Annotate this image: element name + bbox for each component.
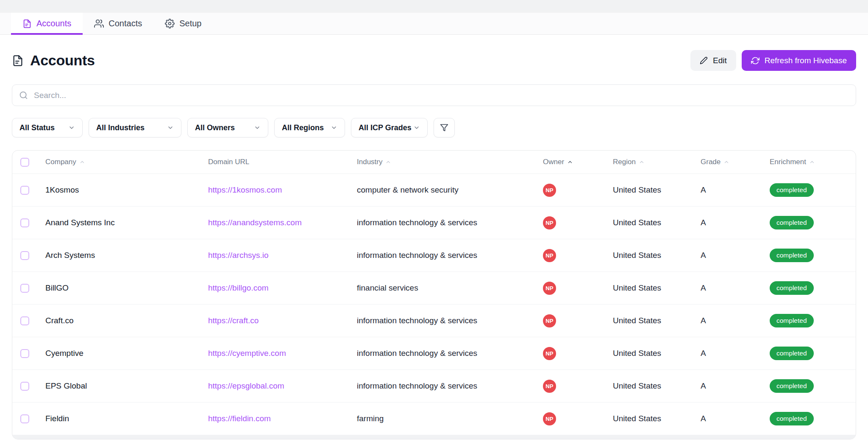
chevron-down-icon — [331, 124, 337, 131]
domain-url-link[interactable]: https://cyemptive.com — [208, 349, 286, 358]
industry-value: information technology & services — [357, 251, 543, 260]
region-value: United States — [613, 381, 701, 391]
refresh-from-hivebase-button[interactable]: Refresh from Hivebase — [742, 50, 856, 71]
grade-value: A — [701, 349, 770, 358]
region-value: United States — [613, 283, 701, 293]
row-checkbox[interactable] — [20, 382, 29, 391]
column-header-company[interactable]: Company — [45, 158, 208, 166]
column-header-grade[interactable]: Grade — [701, 158, 770, 166]
table-row[interactable]: BillGO https://billgo.com financial serv… — [12, 272, 856, 305]
sort-caret-icon — [385, 159, 391, 165]
column-header-industry[interactable]: Industry — [357, 158, 543, 166]
industries-filter-dropdown[interactable]: All Industries — [89, 118, 181, 137]
sort-caret-icon — [567, 159, 573, 165]
status-filter-dropdown[interactable]: All Status — [12, 118, 83, 137]
tab-contacts[interactable]: Contacts — [83, 13, 153, 34]
owner-avatar[interactable]: NP — [543, 380, 556, 393]
industry-value: financial services — [357, 283, 543, 293]
gear-icon — [165, 19, 175, 28]
enrichment-status-badge: completed — [770, 281, 814, 295]
enrichment-status-badge: completed — [770, 314, 814, 327]
row-checkbox[interactable] — [20, 218, 29, 227]
grade-value: A — [701, 185, 770, 195]
select-all-checkbox[interactable] — [20, 158, 29, 167]
refresh-icon — [751, 56, 760, 65]
grade-value: A — [701, 381, 770, 391]
page-title: Accounts — [30, 52, 95, 69]
column-header-domain-url[interactable]: Domain URL — [208, 158, 357, 166]
column-header-enrichment[interactable]: Enrichment — [770, 158, 856, 166]
filter-row: All Status All Industries All Owners All… — [12, 118, 856, 137]
column-header-owner[interactable]: Owner — [543, 158, 613, 166]
region-value: United States — [613, 349, 701, 358]
domain-url-link[interactable]: https://craft.co — [208, 316, 259, 325]
owner-avatar[interactable]: NP — [543, 314, 556, 327]
domain-url-link[interactable]: https://1kosmos.com — [208, 185, 282, 194]
tab-bar: Accounts Contacts Setup — [0, 13, 868, 35]
company-name: Anand Systems Inc — [45, 218, 208, 227]
owners-filter-dropdown[interactable]: All Owners — [187, 118, 268, 137]
region-value: United States — [613, 414, 701, 423]
window-top-strip — [0, 0, 868, 13]
company-name: 1Kosmos — [45, 185, 208, 195]
file-text-icon — [12, 55, 24, 67]
column-header-region[interactable]: Region — [613, 158, 701, 166]
enrichment-status-badge: completed — [770, 183, 814, 197]
industry-value: computer & network security — [357, 185, 543, 195]
region-value: United States — [613, 316, 701, 325]
owner-avatar[interactable]: NP — [543, 347, 556, 360]
owner-avatar[interactable]: NP — [543, 249, 556, 262]
grade-value: A — [701, 316, 770, 325]
table-row[interactable]: Arch Systems https://archsys.io informat… — [12, 239, 856, 272]
company-name: Arch Systems — [45, 251, 208, 260]
row-checkbox[interactable] — [20, 251, 29, 260]
enrichment-status-badge: completed — [770, 379, 814, 393]
owner-avatar[interactable]: NP — [543, 412, 556, 425]
region-value: United States — [613, 185, 701, 195]
table-row[interactable]: 1Kosmos https://1kosmos.com computer & n… — [12, 174, 856, 207]
sort-caret-icon — [639, 159, 645, 165]
region-value: United States — [613, 251, 701, 260]
table-row[interactable]: EPS Global https://epsglobal.com informa… — [12, 370, 856, 403]
row-checkbox[interactable] — [20, 284, 29, 293]
domain-url-link[interactable]: https://anandsystems.com — [208, 218, 302, 227]
filter-funnel-button[interactable] — [434, 118, 455, 137]
table-row[interactable]: Anand Systems Inc https://anandsystems.c… — [12, 207, 856, 239]
industry-value: farming — [357, 414, 543, 423]
row-checkbox[interactable] — [20, 349, 29, 358]
tab-label: Setup — [179, 19, 201, 28]
tab-setup[interactable]: Setup — [153, 13, 213, 34]
industry-value: information technology & services — [357, 381, 543, 391]
row-checkbox[interactable] — [20, 414, 29, 423]
owner-avatar[interactable]: NP — [543, 184, 556, 197]
table-row[interactable]: Craft.co https://craft.co information te… — [12, 305, 856, 337]
company-name: Fieldin — [45, 414, 208, 423]
funnel-icon — [440, 123, 448, 132]
owner-avatar[interactable]: NP — [543, 282, 556, 295]
row-checkbox[interactable] — [20, 316, 29, 325]
owner-avatar[interactable]: NP — [543, 216, 556, 229]
users-icon — [94, 19, 104, 28]
tab-label: Contacts — [108, 19, 142, 28]
regions-filter-dropdown[interactable]: All Regions — [274, 118, 345, 137]
table-row[interactable]: Cyemptive https://cyemptive.com informat… — [12, 337, 856, 370]
icp-grades-filter-dropdown[interactable]: All ICP Grades — [351, 118, 428, 137]
domain-url-link[interactable]: https://archsys.io — [208, 251, 269, 260]
domain-url-link[interactable]: https://epsglobal.com — [208, 381, 284, 390]
enrichment-status-badge: completed — [770, 412, 814, 425]
table-header-row: Company Domain URL Industry Owner Region… — [12, 151, 856, 174]
company-name: EPS Global — [45, 381, 208, 391]
row-checkbox[interactable] — [20, 186, 29, 195]
accounts-table: Company Domain URL Industry Owner Region… — [12, 150, 856, 439]
industry-value: information technology & services — [357, 349, 543, 358]
grade-value: A — [701, 283, 770, 293]
search-input[interactable] — [33, 90, 849, 101]
edit-button[interactable]: Edit — [690, 50, 736, 71]
pencil-icon — [700, 56, 708, 64]
tab-accounts[interactable]: Accounts — [11, 13, 83, 34]
domain-url-link[interactable]: https://fieldin.com — [208, 414, 271, 423]
table-row[interactable]: Fieldin https://fieldin.com farming NP U… — [12, 403, 856, 435]
domain-url-link[interactable]: https://billgo.com — [208, 283, 269, 292]
region-value: United States — [613, 218, 701, 227]
sort-caret-icon — [723, 159, 729, 165]
